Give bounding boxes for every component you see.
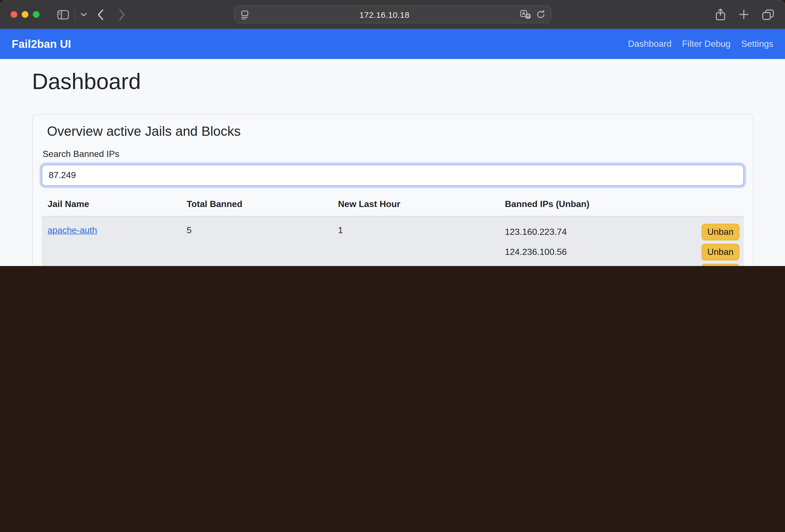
browser-toolbar: 172.16.10.18 [0,0,785,29]
jail-row: apache-auth 5 1 123.160.223.74 Unban 124… [42,217,743,266]
new-tab-icon[interactable] [739,9,749,20]
chevron-down-icon[interactable] [81,12,87,17]
banned-ip-list: 123.160.223.74 Unban 124.236.100.56 Unba… [499,217,743,266]
banned-ip-address: 124.236.100.56 [505,247,567,256]
column-header-new-last-hour: New Last Hour [332,199,499,216]
banned-ip-item: 157.66.54.162 Unban [505,262,739,266]
url-text[interactable]: 172.16.10.18 [249,10,520,19]
new-last-hour-value: 1 [332,217,499,266]
page-title: Dashboard [32,68,753,95]
screen: 172.16.10.18 [0,0,785,266]
page-content: Dashboard Overview active Jails and Bloc… [0,59,785,266]
nav-links: Dashboard Filter Debug Settings [628,39,774,49]
share-icon[interactable] [715,8,726,21]
zoom-window-button[interactable] [33,11,40,18]
tab-overview-icon[interactable] [762,9,774,20]
forward-icon[interactable] [119,9,126,20]
column-header-banned-ips: Banned IPs (Unban) [499,199,743,216]
back-icon[interactable] [97,9,104,20]
sidebar-icon[interactable] [57,10,69,19]
search-banned-ips-label: Search Banned IPs [43,149,743,159]
nav-link-filter-debug[interactable]: Filter Debug [682,39,731,49]
app-brand[interactable]: Fail2ban UI [12,37,71,50]
toolbar-divider [75,8,75,21]
unban-button[interactable]: Unban [702,244,739,260]
toolbar-left-cluster [57,0,126,29]
nav-link-dashboard[interactable]: Dashboard [628,39,672,49]
unban-button[interactable]: Unban [702,224,739,240]
search-banned-ips-input[interactable] [42,165,743,186]
address-bar-actions [520,10,545,19]
translate-icon[interactable] [520,10,530,19]
browser-window: 172.16.10.18 [0,0,785,266]
toolbar-right-cluster [715,0,774,29]
column-header-total-banned: Total Banned [180,199,332,216]
banned-ip-item: 123.160.223.74 Unban [505,222,739,242]
address-bar[interactable]: 172.16.10.18 [234,5,551,23]
minimize-window-button[interactable] [22,11,28,18]
banned-ip-address: 123.160.223.74 [505,227,567,236]
jails-table-header: Jail Name Total Banned New Last Hour Ban… [42,199,743,217]
reload-icon[interactable] [536,10,545,19]
app-navbar: Fail2ban UI Dashboard Filter Debug Setti… [0,29,785,59]
jail-name-link[interactable]: apache-auth [48,225,97,235]
total-banned-value: 5 [180,217,332,266]
unban-button[interactable]: Unban [702,264,739,266]
reader-icon[interactable] [240,10,249,19]
nav-link-settings[interactable]: Settings [741,39,773,49]
close-window-button[interactable] [10,11,17,18]
banned-ip-item: 124.236.100.56 Unban [505,242,739,262]
overview-card: Overview active Jails and Blocks Search … [32,114,753,266]
traffic-lights [10,11,40,18]
column-header-jail-name: Jail Name [42,199,180,216]
overview-card-title: Overview active Jails and Blocks [47,124,743,139]
